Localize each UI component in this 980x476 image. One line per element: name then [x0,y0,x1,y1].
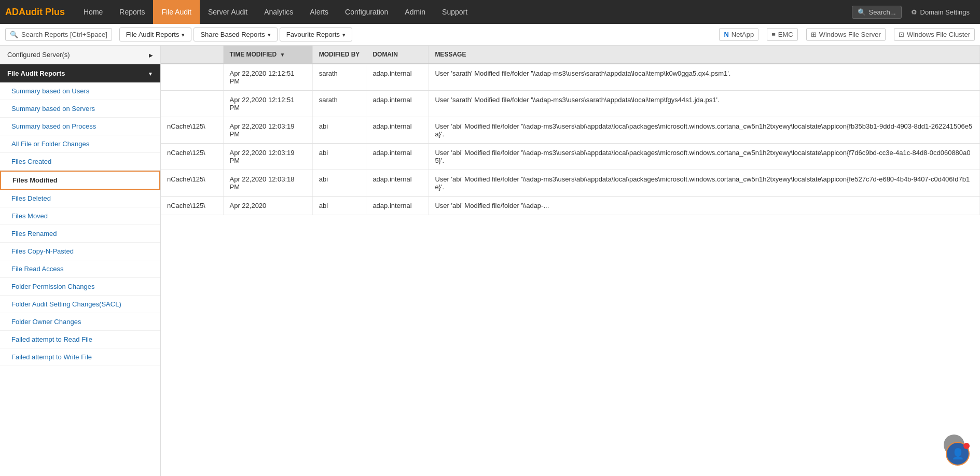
sidebar-item-failed-read[interactable]: Failed attempt to Read File [0,331,160,348]
configured-servers-chevron [149,51,153,59]
nav-configuration[interactable]: Configuration [337,0,396,24]
cell-domain: adap.internal [366,170,429,197]
platform-icons: N NetApp ≡ EMC ⊞ Windows File Server ⊡ W… [719,28,975,41]
nav-support[interactable]: Support [434,0,476,24]
sidebar: Configured Server(s) File Audit Reports … [0,46,161,476]
nav-admin[interactable]: Admin [396,0,434,24]
sidebar-item-files-renamed[interactable]: Files Renamed [0,225,160,243]
share-based-reports-dropdown[interactable]: Share Based Reports [194,27,277,41]
sidebar-item-files-deleted[interactable]: Files Deleted [0,190,160,207]
cell-message: User 'sarath' Modified file/folder '\\ad… [429,91,980,117]
col-time-modified-label: TIME MODIFIED [230,51,277,58]
emc-label: EMC [778,31,793,38]
top-nav-right: 🔍 Search... ⚙ Domain Settings [852,6,975,19]
emc-button[interactable]: ≡ EMC [767,28,797,41]
avatar-icon: 👤 [951,447,964,460]
main-content: TIME MODIFIED ▼ MODIFIED BY DOMAIN MESSA… [161,46,980,476]
cell-modified-by: abi [312,117,366,144]
sidebar-item-files-created[interactable]: Files Created [0,153,160,171]
domain-settings-button[interactable]: ⚙ Domain Settings [906,6,975,18]
share-based-reports-caret [268,31,271,38]
cell-message: User 'sarath' Modified file/folder '\\ad… [429,64,980,91]
cell-message: User 'abi' Modified file/folder '\\adap-… [429,144,980,170]
cell-file-path: nCache\125\ [161,197,223,215]
table-row: Apr 22,2020 12:12:51 PMsarathadap.intern… [161,64,980,91]
top-navigation: ADAudit Plus Home Reports File Audit Ser… [0,0,980,24]
favourite-reports-caret [342,31,346,38]
cell-modified-by: sarath [312,64,366,91]
cell-file-path: nCache\125\ [161,170,223,197]
notification-dot [963,443,970,449]
file-audit-reports-dropdown[interactable]: File Audit Reports [119,27,192,41]
nav-home[interactable]: Home [75,0,111,24]
search-icon: 🔍 [858,8,866,16]
favourite-reports-dropdown[interactable]: Favourite Reports [280,27,352,41]
sidebar-item-all-file-folder-changes[interactable]: All File or Folder Changes [0,135,160,153]
sidebar-item-files-moved[interactable]: Files Moved [0,207,160,225]
file-audit-reports-label: File Audit Reports [126,31,180,38]
cell-file-path: nCache\125\ [161,117,223,144]
cell-message: User 'abi' Modified file/folder '\\adap-… [429,117,980,144]
global-search[interactable]: 🔍 Search... [852,6,902,19]
col-time-modified[interactable]: TIME MODIFIED ▼ [223,46,312,64]
cell-time-modified: Apr 22,2020 [223,197,312,215]
sidebar-item-failed-write[interactable]: Failed attempt to Write File [0,348,160,366]
table-header-row: TIME MODIFIED ▼ MODIFIED BY DOMAIN MESSA… [161,46,980,64]
windows-file-cluster-label: Windows File Cluster [907,31,970,38]
sidebar-item-files-copy-n-pasted[interactable]: Files Copy-N-Pasted [0,243,160,260]
cell-modified-by: abi [312,144,366,170]
file-audit-reports-header-label: File Audit Reports [7,69,65,77]
nav-server-audit[interactable]: Server Audit [200,0,256,24]
windows-file-server-button[interactable]: ⊞ Windows File Server [806,28,886,41]
col-domain[interactable]: DOMAIN [366,46,429,64]
cell-file-path [161,91,223,117]
main-layout: Configured Server(s) File Audit Reports … [0,46,980,476]
configured-servers-label: Configured Server(s) [7,51,70,59]
sidebar-item-summary-users[interactable]: Summary based on Users [0,82,160,100]
cell-message: User 'abi' Modified file/folder '\\adap-… [429,197,980,215]
sidebar-item-summary-process[interactable]: Summary based on Process [0,118,160,135]
cell-file-path [161,64,223,91]
cell-message: User 'abi' Modified file/folder '\\adap-… [429,170,980,197]
windows-file-cluster-button[interactable]: ⊡ Windows File Cluster [894,28,975,41]
search-small-icon: 🔍 [10,31,18,38]
sidebar-item-folder-owner-changes[interactable]: Folder Owner Changes [0,313,160,331]
sidebar-item-folder-permission-changes[interactable]: Folder Permission Changes [0,278,160,296]
table-row: Apr 22,2020 12:12:51 PMsarathadap.intern… [161,91,980,117]
cell-time-modified: Apr 22,2020 12:12:51 PM [223,91,312,117]
nav-analytics[interactable]: Analytics [256,0,301,24]
nav-reports[interactable]: Reports [111,0,153,24]
sidebar-item-folder-audit-setting[interactable]: Folder Audit Setting Changes(SACL) [0,296,160,313]
secondary-navigation: 🔍 Search Reports [Ctrl+Space] File Audit… [0,24,980,46]
table-row: nCache\125\Apr 22,2020abiadap.internalUs… [161,197,980,215]
files-modified-table: TIME MODIFIED ▼ MODIFIED BY DOMAIN MESSA… [161,46,980,215]
sidebar-item-file-read-access[interactable]: File Read Access [0,260,160,278]
sidebar-item-files-modified[interactable]: Files Modified [0,171,160,190]
cell-domain: adap.internal [366,197,429,215]
nav-alerts[interactable]: Alerts [301,0,337,24]
col-message-label: MESSAGE [435,51,466,58]
netapp-label: NetApp [731,31,754,38]
search-reports-box[interactable]: 🔍 Search Reports [Ctrl+Space] [5,28,112,41]
netapp-icon: N [724,31,728,38]
configured-servers-item[interactable]: Configured Server(s) [0,46,160,64]
sidebar-item-summary-servers[interactable]: Summary based on Servers [0,100,160,118]
sort-arrow-icon: ▼ [280,52,285,58]
cell-domain: adap.internal [366,91,429,117]
cell-modified-by: abi [312,197,366,215]
col-modified-by[interactable]: MODIFIED BY [312,46,366,64]
favourite-reports-label: Favourite Reports [286,31,340,38]
emc-icon: ≡ [771,31,776,38]
cell-domain: adap.internal [366,117,429,144]
cell-file-path: nCache\125\ [161,144,223,170]
col-file-path [161,46,223,64]
col-modified-by-label: MODIFIED BY [319,51,360,58]
col-message[interactable]: MESSAGE [429,46,980,64]
windows-file-server-label: Windows File Server [819,31,881,38]
global-search-label: Search... [869,8,896,16]
cell-modified-by: abi [312,170,366,197]
file-audit-reports-header[interactable]: File Audit Reports [0,64,160,82]
nav-file-audit[interactable]: File Audit [153,0,200,24]
windows-file-server-icon: ⊞ [811,31,817,38]
netapp-button[interactable]: N NetApp [719,28,758,41]
